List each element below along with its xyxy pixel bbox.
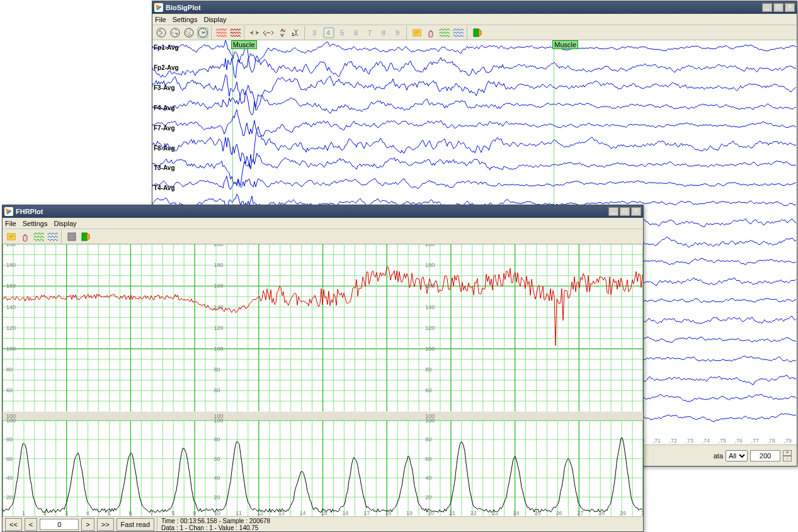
menu-file[interactable]: File [5,220,16,227]
svg-text:60: 60 [214,387,220,393]
svg-text:26: 26 [556,510,562,516]
svg-text:100: 100 [214,346,224,352]
svg-text:180: 180 [425,262,435,268]
menu-display[interactable]: Display [203,16,226,23]
zoom-tracks-icon[interactable] [32,230,46,244]
svg-point-25 [202,31,203,32]
channel-label: F4-Avg [154,105,175,111]
svg-text:23: 23 [492,510,498,516]
tracks-outline-icon[interactable] [46,230,60,244]
close-icon[interactable]: × [631,207,641,216]
svg-text:1: 1 [292,32,294,37]
time-tick: ,76 [734,438,743,444]
svg-text:200: 200 [425,244,435,247]
num-8-icon[interactable]: 8 [377,26,391,40]
num-6-icon[interactable]: 6 [350,26,363,40]
maximize-icon[interactable]: □ [773,3,784,12]
svg-text:80: 80 [6,366,13,373]
rewind-button[interactable]: << [5,518,22,531]
gray-block-icon[interactable] [65,230,79,244]
biosig-title: BioSigPlot [166,4,762,11]
scale-down-button[interactable]: - [783,456,792,461]
num-3-icon[interactable]: 3 [308,26,322,40]
svg-text:60: 60 [6,456,13,462]
montage-2-icon[interactable] [168,26,182,40]
event-marker-label[interactable]: Muscle [552,40,578,49]
svg-text:2: 2 [283,29,286,33]
time-tick: ,73 [685,438,693,444]
horiz-compress-icon[interactable] [248,26,261,40]
svg-text:25: 25 [535,510,541,516]
fast-fwd-button[interactable]: >> [97,518,114,531]
svg-text:40: 40 [6,475,13,481]
filter-red-icon[interactable] [215,26,229,40]
exit-icon[interactable] [470,26,484,40]
data-select[interactable]: All [726,450,748,461]
filter-darkred-icon[interactable] [229,26,242,40]
vert-expand-icon[interactable]: 2 [275,26,289,40]
fhr-toolbar [3,229,643,244]
svg-text:60: 60 [425,456,431,462]
num-4-icon[interactable]: 4 [322,26,336,40]
svg-point-13 [175,32,176,33]
hand-icon[interactable] [18,230,32,244]
num-9-icon[interactable]: 9 [391,26,405,40]
channel-label: Fp1-Avg [154,44,179,51]
close-icon[interactable]: × [785,3,795,12]
svg-text:140: 140 [425,304,435,310]
menu-settings[interactable]: Settings [173,16,198,23]
svg-point-1 [161,31,162,32]
montage-1-icon[interactable] [154,26,168,40]
exit-icon[interactable] [79,230,93,244]
svg-text:6: 6 [354,29,358,37]
svg-text:29: 29 [620,510,626,516]
fast-read-button[interactable]: Fast read [117,518,154,531]
svg-text:20: 20 [6,494,13,501]
event-marker-label[interactable]: Muscle [231,40,257,49]
svg-text:200: 200 [6,244,16,247]
scale-input[interactable] [750,450,780,461]
montage-3-icon[interactable] [182,26,196,40]
zoom-tracks-icon[interactable] [438,26,452,40]
position-input[interactable] [40,519,79,530]
maximize-icon[interactable]: □ [620,207,630,216]
svg-text:40: 40 [425,475,431,481]
fhr-titlebar[interactable]: FHRPlot _ □ × [3,205,643,218]
channel-label: F8-Avg [154,145,175,152]
step-back-button[interactable]: < [25,518,37,531]
svg-text:80: 80 [425,366,431,373]
menu-settings[interactable]: Settings [23,220,48,227]
horiz-expand-icon[interactable]: 1 [261,26,275,40]
svg-text:27: 27 [577,510,583,516]
svg-text:180: 180 [6,262,16,268]
menu-display[interactable]: Display [54,220,76,227]
svg-text:19: 19 [406,510,413,516]
montage-4-icon[interactable] [196,26,210,40]
bookmark-icon[interactable] [4,230,18,244]
svg-text:100: 100 [214,413,224,419]
svg-text:60: 60 [425,387,431,393]
tracks-outline-icon[interactable] [452,26,465,40]
svg-point-11 [176,30,177,31]
data-label: ata [714,452,723,460]
svg-text:160: 160 [214,283,224,289]
minimize-icon[interactable]: _ [608,207,618,216]
svg-text:8: 8 [171,510,174,516]
menu-file[interactable]: File [155,16,166,23]
step-fwd-button[interactable]: > [81,518,94,531]
num-7-icon[interactable]: 7 [363,26,377,40]
svg-point-7 [171,28,180,37]
fhr-plot-area[interactable]: 6080100120140160180200204060801001006080… [3,244,643,516]
bookmark-icon[interactable] [410,26,424,40]
svg-text:80: 80 [214,366,220,373]
svg-point-19 [189,32,190,33]
hand-icon[interactable] [424,26,438,40]
svg-text:18: 18 [385,510,391,516]
vert-compress-icon[interactable]: 1 [289,26,303,40]
biosig-titlebar[interactable]: BioSigPlot _ □ × [152,1,797,14]
svg-text:3: 3 [312,29,316,37]
num-5-icon[interactable]: 5 [336,26,350,40]
minimize-icon[interactable]: _ [762,3,772,12]
channel-label: T3-Avg [154,164,175,171]
scale-up-button[interactable]: + [783,450,792,456]
